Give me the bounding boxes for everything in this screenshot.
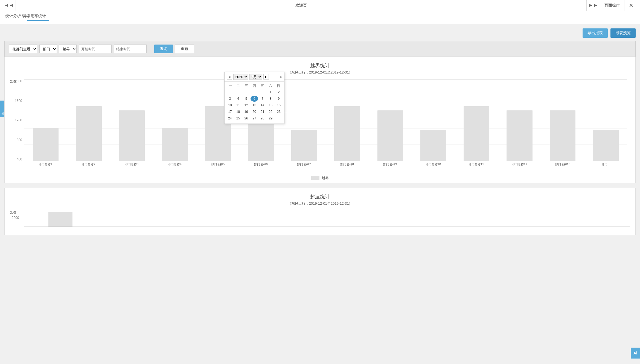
cal-day-empty — [242, 89, 250, 95]
weekday-sun: 日 — [275, 83, 283, 89]
weekday-sat: 六 — [266, 83, 274, 89]
cal-day-12[interactable]: 12 — [242, 102, 250, 108]
cal-day-24[interactable]: 24 — [226, 115, 234, 121]
y-label-1200: 1200 — [15, 118, 22, 122]
chart1-title: 越界统计 — [10, 62, 630, 69]
view-by-select[interactable]: 按部门查看 — [9, 45, 37, 53]
chart2-container: 超速统计 （东风出行，2019-12-01至2019-12-31） 次数 200… — [4, 188, 636, 235]
end-time-input[interactable] — [114, 45, 147, 53]
cal-day-16[interactable]: 16 — [275, 102, 283, 108]
y-label-400: 400 — [17, 157, 22, 161]
bar-11 — [464, 106, 490, 161]
x-label-10: 部门名称10 — [412, 162, 455, 166]
main-content: 部门 导出报表 报表预览 按部门查看 部门 越界 查询 重置 ◄ 2020 2月 — [0, 24, 640, 240]
top-nav: ◄◄ 欢迎页 ►► 页面操作 ✕ — [0, 0, 640, 11]
cal-day-15[interactable]: 15 — [267, 102, 275, 108]
nav-forward-button[interactable]: ►► — [586, 0, 600, 11]
cal-day-18[interactable]: 18 — [234, 109, 242, 115]
chart2-title: 超速统计 — [10, 193, 630, 200]
bar-group-11 — [455, 79, 498, 161]
cal-day-11[interactable]: 11 — [234, 102, 242, 108]
cal-day-27[interactable]: 27 — [251, 115, 258, 121]
cal-next-button[interactable]: ► — [263, 74, 269, 80]
cal-day-26[interactable]: 26 — [242, 115, 250, 121]
bar-4 — [162, 128, 188, 161]
cal-month-select[interactable]: 2月 — [249, 74, 262, 80]
cal-day-empty — [259, 89, 266, 95]
nav-welcome-label: 欢迎页 — [16, 3, 586, 8]
cal-day-25[interactable]: 25 — [234, 115, 242, 121]
bar-group-3 — [110, 79, 153, 161]
calendar-weekdays: 一 二 三 四 五 六 日 — [225, 82, 284, 89]
type-select[interactable]: 越界 — [59, 45, 77, 53]
cal-day-empty — [234, 89, 242, 95]
x-label-8: 部门名称8 — [325, 162, 369, 166]
cal-day-28[interactable]: 28 — [259, 115, 266, 121]
dept-select[interactable]: 部门 — [39, 45, 57, 53]
cal-day-21[interactable]: 21 — [259, 109, 266, 115]
x-label-1: 部门名称1 — [24, 162, 67, 166]
cal-day-8[interactable]: 8 — [267, 96, 275, 102]
x-label-4: 部门名称4 — [153, 162, 196, 166]
cal-day-empty — [251, 89, 258, 95]
breadcrumb-area: 统计分析 /异常用车统计 — [0, 11, 640, 24]
weekday-thu: 四 — [250, 83, 258, 89]
x-label-9: 部门名称9 — [369, 162, 412, 166]
cal-prev-button[interactable]: ◄ — [227, 74, 232, 80]
cal-day-2[interactable]: 2 — [275, 89, 283, 95]
cal-day-5[interactable]: 5 — [242, 96, 250, 102]
bar-1 — [33, 128, 59, 161]
cal-day-empty — [226, 89, 234, 95]
cal-day-17[interactable]: 17 — [226, 109, 234, 115]
bar-group-2 — [67, 79, 110, 161]
y-label-800: 800 — [17, 138, 22, 142]
back-arrow-icon: ◄◄ — [4, 2, 14, 8]
nav-back-button[interactable]: ◄◄ — [2, 0, 16, 11]
calendar-popup: ◄ 2020 2月 ► ● 一 二 三 四 五 六 日 1 — [224, 72, 284, 124]
x-label-6: 部门名称6 — [239, 162, 283, 166]
cal-day-13[interactable]: 13 — [251, 102, 258, 108]
legend-box — [311, 176, 319, 180]
x-label-3: 部门名称3 — [110, 162, 153, 166]
x-label-14: 部门... — [584, 162, 627, 166]
bar-10 — [420, 130, 446, 161]
cal-day-9[interactable]: 9 — [275, 96, 283, 102]
legend-label: 越界 — [322, 175, 329, 180]
preview-button[interactable]: 报表预览 — [610, 28, 636, 38]
y-label-1600: 1600 — [15, 99, 22, 103]
chart1-x-labels: 部门名称1 部门名称2 部门名称3 部门名称4 部门名称5 部门名称6 部门名称… — [24, 162, 627, 166]
reset-button[interactable]: 重置 — [175, 45, 194, 53]
export-button[interactable]: 导出报表 — [583, 28, 608, 38]
cal-day-23[interactable]: 23 — [275, 109, 283, 115]
chart1-container: 越界统计 （东风出行，2019-12-01至2019-12-31） 次数 200… — [4, 57, 636, 183]
chart2-y-axis-label: 次数 — [10, 210, 17, 215]
cal-close-button[interactable]: ● — [280, 75, 282, 79]
cal-day-4[interactable]: 4 — [234, 96, 242, 102]
chart1-bars — [24, 79, 627, 161]
cal-day-3[interactable]: 3 — [226, 96, 234, 102]
cal-day-7[interactable]: 7 — [259, 96, 266, 102]
chart1-legend: 越界 — [10, 175, 630, 180]
query-button[interactable]: 查询 — [154, 45, 173, 53]
x-label-11: 部门名称11 — [455, 162, 498, 166]
bar-9 — [377, 110, 403, 161]
cal-day-20[interactable]: 20 — [251, 109, 258, 115]
cal-year-select[interactable]: 2020 — [233, 74, 248, 80]
nav-close-button[interactable]: ✕ — [624, 0, 638, 11]
action-buttons: 导出报表 报表预览 — [4, 28, 636, 38]
cal-day-6[interactable]: 6 — [251, 96, 258, 102]
cal-day-10[interactable]: 10 — [226, 102, 234, 108]
cal-day-19[interactable]: 19 — [242, 109, 250, 115]
cal-day-1[interactable]: 1 — [267, 89, 275, 95]
cal-day-29[interactable]: 29 — [267, 115, 275, 121]
bar-2 — [76, 106, 102, 161]
bar-group-7 — [283, 79, 326, 161]
start-time-input[interactable] — [79, 45, 112, 53]
calendar-header: ◄ 2020 2月 ► ● — [225, 72, 284, 82]
cal-day-22[interactable]: 22 — [267, 109, 275, 115]
bar-group-12 — [498, 79, 541, 161]
bar-7 — [291, 130, 317, 161]
cal-day-14[interactable]: 14 — [259, 102, 266, 108]
weekday-fri: 五 — [258, 83, 266, 89]
bar-group-14 — [584, 79, 627, 161]
